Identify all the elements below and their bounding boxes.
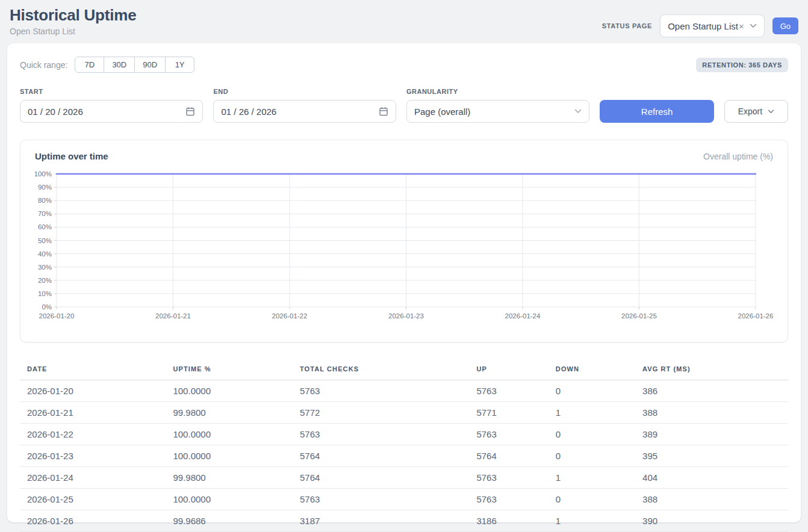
svg-text:2026-01-24: 2026-01-24: [505, 312, 541, 320]
column-header: TOTAL CHECKS: [293, 359, 469, 380]
refresh-button[interactable]: Refresh: [600, 100, 713, 123]
table-cell: 0: [549, 445, 635, 467]
table-cell: 2026-01-22: [20, 424, 166, 445]
title-block: Historical Uptime Open Startup List: [10, 6, 136, 36]
svg-text:2026-01-21: 2026-01-21: [155, 312, 191, 320]
table-cell: 404: [635, 467, 788, 489]
table-row: 2026-01-2499.9800576457631404: [20, 467, 788, 489]
filters-row: START 01 / 20 / 2026 END 01 / 26 / 2026 …: [20, 88, 788, 123]
uptime-line-chart: 0%10%20%30%40%50%60%70%80%90%100%2026-01…: [35, 165, 773, 326]
status-page-select-value: Open Startup List: [668, 21, 738, 31]
column-header: DOWN: [549, 359, 635, 380]
table-cell: 3187: [293, 510, 469, 532]
table-cell: 5763: [293, 424, 469, 445]
table-cell: 386: [635, 380, 788, 402]
end-date-value: 01 / 26 / 2026: [221, 107, 276, 117]
table-cell: 5764: [293, 445, 469, 467]
uptime-table: DATEUPTIME %TOTAL CHECKSUPDOWNAVG RT (MS…: [20, 359, 788, 532]
table-cell: 3186: [469, 510, 548, 532]
svg-text:30%: 30%: [38, 264, 52, 271]
table-cell: 0: [549, 489, 635, 510]
chevron-down-icon: [750, 23, 757, 28]
quick-range-30d[interactable]: 30D: [104, 57, 135, 73]
quick-range-7d[interactable]: 7D: [75, 57, 104, 73]
quick-range-1y[interactable]: 1Y: [165, 57, 194, 73]
clear-icon[interactable]: ×: [739, 21, 744, 31]
table-cell: 5764: [469, 445, 548, 467]
svg-text:2026-01-25: 2026-01-25: [621, 312, 657, 320]
page-title: Historical Uptime: [10, 6, 136, 25]
table-cell: 100.0000: [166, 489, 293, 510]
main-card: Quick range: 7D30D90D1Y RETENTION: 365 D…: [7, 43, 801, 522]
start-date-value: 01 / 20 / 2026: [28, 107, 83, 117]
svg-text:2026-01-26: 2026-01-26: [738, 312, 774, 320]
page-header: Historical Uptime Open Startup List STAT…: [0, 0, 808, 43]
table-row: 2026-01-2199.9800577257711388: [20, 402, 788, 424]
svg-text:2026-01-23: 2026-01-23: [388, 312, 424, 320]
table-cell: 5763: [293, 489, 469, 510]
table-cell: 5763: [469, 380, 548, 402]
table-cell: 388: [635, 402, 788, 424]
table-cell: 2026-01-24: [20, 467, 166, 489]
quick-range-group: 7D30D90D1Y: [75, 57, 194, 73]
quick-range-90d[interactable]: 90D: [134, 57, 166, 73]
svg-text:50%: 50%: [38, 237, 52, 244]
svg-text:80%: 80%: [38, 197, 52, 204]
table-cell: 5771: [469, 402, 548, 424]
calendar-icon[interactable]: [379, 107, 388, 116]
export-label: Export: [738, 107, 762, 116]
table-cell: 5764: [293, 467, 469, 489]
table-cell: 388: [635, 489, 788, 510]
chevron-down-icon: [768, 110, 774, 114]
end-label: END: [213, 88, 396, 95]
start-date-input[interactable]: 01 / 20 / 2026: [20, 100, 203, 123]
table-cell: 5763: [293, 380, 469, 402]
uptime-chart-card: Uptime over time Overall uptime (%) 0%10…: [20, 140, 788, 342]
table-cell: 2026-01-25: [20, 489, 166, 510]
export-button[interactable]: Export: [724, 100, 788, 123]
column-header: DATE: [20, 359, 166, 380]
svg-text:40%: 40%: [38, 250, 52, 258]
go-button[interactable]: Go: [772, 17, 798, 34]
retention-badge: RETENTION: 365 DAYS: [696, 58, 788, 72]
table-cell: 2026-01-20: [20, 380, 166, 402]
toolbar-row: Quick range: 7D30D90D1Y RETENTION: 365 D…: [20, 57, 788, 73]
table-row: 2026-01-2699.9686318731861390: [20, 510, 788, 532]
table-cell: 0: [549, 380, 635, 402]
table-row: 2026-01-22100.0000576357630389: [20, 424, 788, 445]
table-cell: 389: [635, 424, 788, 445]
granularity-value: Page (overall): [414, 107, 470, 117]
end-date-input[interactable]: 01 / 26 / 2026: [213, 100, 396, 123]
page-subtitle: Open Startup List: [10, 26, 136, 36]
table-cell: 5763: [469, 489, 548, 510]
table-row: 2026-01-23100.0000576457640395: [20, 445, 788, 467]
table-cell: 100.0000: [166, 380, 293, 402]
svg-text:10%: 10%: [38, 290, 52, 297]
table-cell: 2026-01-21: [20, 402, 166, 424]
svg-text:90%: 90%: [38, 184, 52, 191]
status-page-select[interactable]: Open Startup List ×: [660, 14, 765, 37]
table-cell: 1: [549, 510, 635, 532]
table-cell: 5763: [469, 424, 548, 445]
granularity-select[interactable]: Page (overall): [406, 100, 589, 123]
calendar-icon[interactable]: [185, 107, 195, 116]
table-cell: 5763: [469, 467, 548, 489]
svg-text:20%: 20%: [38, 277, 52, 284]
column-header: UPTIME %: [166, 359, 293, 380]
svg-text:2026-01-20: 2026-01-20: [39, 312, 75, 320]
chart-title: Uptime over time: [35, 151, 108, 161]
table-cell: 1: [549, 402, 635, 424]
table-cell: 0: [549, 424, 635, 445]
table-cell: 1: [549, 467, 635, 489]
start-label: START: [20, 88, 203, 95]
table-row: 2026-01-20100.0000576357630386: [20, 380, 788, 402]
table-cell: 100.0000: [166, 445, 293, 467]
column-header: AVG RT (MS): [635, 359, 788, 380]
status-page-label: STATUS PAGE: [602, 22, 652, 29]
chart-canvas: 0%10%20%30%40%50%60%70%80%90%100%2026-01…: [35, 165, 774, 324]
table-cell: 2026-01-26: [20, 510, 166, 532]
svg-text:60%: 60%: [38, 223, 52, 230]
column-header: UP: [469, 359, 548, 380]
chart-legend: Overall uptime (%): [703, 152, 773, 161]
header-controls: STATUS PAGE Open Startup List × Go: [602, 14, 798, 37]
